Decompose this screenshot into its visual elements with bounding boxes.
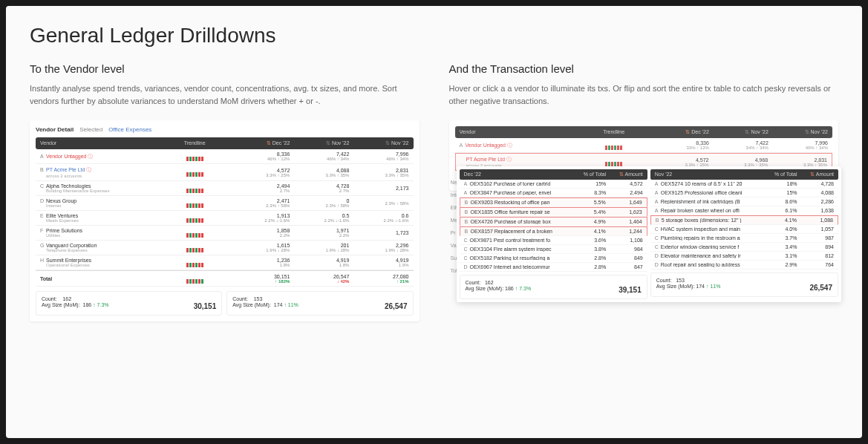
tx-row[interactable]: COEX5182 Parking lot resurfacing a2.8%84… [460, 254, 647, 263]
overlay-right: Nov '22 % of Total ⇅Amount AOEX5274 10 r… [650, 169, 838, 299]
overlay-left: Dec '22 % of Total ⇅Amount AOEX5162 Purc… [460, 169, 647, 299]
tx-stat-left: Count: 162 Avg Size (MoM): 186 ↑ 7.3%39,… [460, 275, 647, 299]
vendor-detail-panel: Vendor Detail Selected Office Expenses V… [30, 120, 420, 321]
vendor-row[interactable]: GVanguard CorporationTelephone Expenses1… [36, 241, 414, 255]
th-trendline[interactable]: Trendline [159, 140, 230, 146]
total-label: Total [40, 276, 159, 281]
tx-row[interactable]: AOEX9125 Professional office cleani15%4,… [650, 189, 838, 197]
tx-head-right: Nov '22 % of Total ⇅Amount [650, 169, 838, 180]
page: General Ledger Drilldowns To the Vendor … [6, 6, 862, 438]
th-pct2[interactable]: % of Total [769, 172, 797, 177]
page-title: General Ledger Drilldowns [30, 24, 838, 48]
tx-row[interactable]: BOEX9203 Restocking of office pan5.5%1,6… [460, 197, 647, 207]
tx-row[interactable]: BOEX4726 Purchase of storage box4.9%1,46… [460, 217, 647, 226]
tx-row[interactable]: BOEX8157 Replacement of a broken4.1%1,24… [460, 226, 647, 236]
vendor-row[interactable]: CAlpha TechnologiesBuilding Maintenance … [36, 181, 414, 196]
tx-right-rows: AOEX5274 10 reams of 8.5' x 11" 2018%4,7… [650, 180, 838, 270]
transaction-overlay: Dec '22 % of Total ⇅Amount AOEX5162 Purc… [457, 166, 842, 302]
tx-row[interactable]: AOEX5274 10 reams of 8.5' x 11" 2018%4,7… [650, 180, 838, 189]
vendor-row[interactable]: EElite VenturesMeals Expenses1,9132.2% ↓… [36, 211, 414, 226]
stats-row: Count: 162 Avg Size (MoM): 186 ↑ 7.3%30,… [36, 291, 414, 316]
th-dec2[interactable]: ⇅Dec '22 [650, 129, 709, 135]
th-vendor2[interactable]: Vendor [460, 129, 578, 135]
vendor-row[interactable]: AVendor Untagged ⓘ8,33646% ↑ 12%7,42246%… [36, 149, 414, 164]
tx-head-left: Dec '22 % of Total ⇅Amount [460, 169, 647, 180]
vendor-row[interactable]: HSummit EnterprisesOperational Expenses1… [36, 255, 414, 270]
th-vendor[interactable]: Vendor [40, 140, 159, 146]
total-nov: 26,547↓ 42% [290, 274, 349, 284]
vendor-table-head: Vendor Trendline ⇅Dec '22 ⇅ Nov '22 ⇅ No… [36, 137, 414, 149]
left-subtitle: To the Vendor level [30, 62, 420, 75]
sort-icon: ⇅ [685, 129, 690, 134]
th-nov2a[interactable]: ⇅ Nov '22 [709, 129, 769, 135]
panel-title: Vendor Detail [36, 126, 74, 133]
vendor-row[interactable]: FPrime SolutionsUtilities1,8582.2%1,9712… [36, 226, 414, 241]
tx-row[interactable]: AReplenishment of ink cartridges (B8.6%2… [650, 197, 838, 206]
tx-stat-right: Count: 153 Avg Size (MoM): 174 ↑ 11%26,5… [650, 272, 838, 297]
panel-header: Vendor Detail Selected Office Expenses [36, 126, 414, 133]
stat-card-left: Count: 162 Avg Size (MoM): 186 ↑ 7.3%30,… [36, 291, 222, 316]
tx-vendor-head: Vendor Trendline ⇅Dec '22 ⇅ Nov '22 ⇅ No… [455, 126, 833, 138]
stat-card-right: Count: 153 Avg Size (MoM): 174 ↑ 11%26,5… [226, 291, 413, 316]
left-description: Instantly analyse spend trends, variance… [30, 82, 420, 107]
columns: To the Vendor level Instantly analyse sp… [30, 62, 838, 321]
tx-row[interactable]: B5 storage boxes (dimensions: 12" )4.1%1… [650, 215, 838, 225]
th-nov22[interactable]: ⇅ Nov '22 [290, 140, 349, 146]
th-nov22-tx[interactable]: Nov '22 [655, 172, 770, 177]
th-dec22-tx[interactable]: Dec '22 [464, 172, 579, 177]
tx-row[interactable]: CExterior window cleaning service f3.4%8… [650, 243, 838, 252]
total-row: Total 30,151↑ 182% 26,547↓ 42% 27,080↑ 2… [36, 270, 414, 287]
th-pct[interactable]: % of Total [578, 172, 606, 177]
total-dec: 30,151↑ 182% [230, 274, 290, 284]
vendor-row[interactable]: DNexus GroupInternet2,4712.3% ↑ 58%02.3%… [36, 196, 414, 211]
tx-row[interactable]: DElevator maintenance and safety ir3.1%8… [650, 252, 838, 261]
th-nov2b[interactable]: ⇅ Nov '22 [769, 129, 828, 135]
tx-row[interactable]: BOEX1835 Office furniture repair se5.4%1… [460, 207, 647, 217]
total-trend [159, 275, 230, 284]
vendor-row[interactable]: BPT Acme Pte Ltd ⓘacross 2 accounts4,572… [36, 164, 414, 181]
left-column: To the Vendor level Instantly analyse sp… [30, 62, 420, 321]
right-column: And the Transaction level Hover or click… [449, 62, 839, 321]
tx-row[interactable]: CHVAC system inspection and main4.0%1,05… [650, 225, 838, 234]
sort-icon: ⇅ [810, 172, 815, 177]
th-dec22[interactable]: ⇅Dec '22 [230, 140, 290, 146]
vendor-row[interactable]: AVendor Untagged ⓘ8,33633% ↑ 12%7,42234%… [455, 138, 833, 153]
tx-row[interactable]: COEX9871 Pest control treatment fo3.6%1,… [460, 236, 647, 245]
right-description: Hover or click a a vendor to illuminate … [449, 82, 839, 107]
sort-icon: ⇅ [267, 140, 271, 146]
transaction-panel: Vendor Trendline ⇅Dec '22 ⇅ Nov '22 ⇅ No… [449, 120, 839, 191]
selected-chip: Selected [79, 126, 102, 133]
tx-left-rows: AOEX5162 Purchase of toner cartrid15%4,5… [460, 180, 647, 272]
category-chip[interactable]: Office Expenses [108, 126, 151, 133]
right-subtitle: And the Transaction level [449, 62, 839, 75]
tx-row[interactable]: ARepair broken caster wheel on offi6.1%1… [650, 206, 838, 215]
tx-row[interactable]: AOEX5162 Purchase of toner cartrid15%4,5… [460, 180, 647, 189]
tx-row[interactable]: DRoof repair and sealing to address2.9%7… [650, 261, 838, 270]
th-amount[interactable]: ⇅Amount [606, 172, 642, 177]
th-trend2[interactable]: Trendline [578, 129, 650, 135]
tx-row[interactable]: DOEX6967 Internet and telecommur2.8%847 [460, 263, 647, 272]
vendor-rows: AVendor Untagged ⓘ8,33646% ↑ 12%7,42246%… [36, 149, 414, 270]
sort-icon: ⇅ [619, 172, 624, 177]
th-nov22b[interactable]: ⇅ Nov '22 [349, 140, 408, 146]
tx-row[interactable]: AOEX3847 Purchase of paper, envel8.3%2,4… [460, 189, 647, 197]
th-amount2[interactable]: ⇅Amount [797, 172, 834, 177]
tx-row[interactable]: COEX3104 Fire alarm system inspec3.8%984 [460, 245, 647, 254]
tx-row[interactable]: CPlumbing repairs in the restroom a3.7%9… [650, 234, 838, 243]
total-nov2: 27,080↑ 21% [349, 274, 408, 284]
